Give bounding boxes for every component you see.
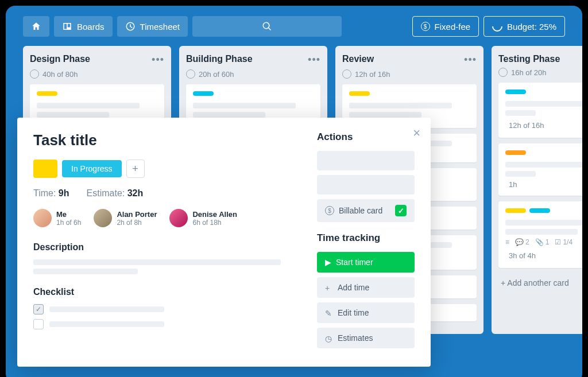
comments-icon: 💬 2 (515, 238, 529, 246)
column-subtitle: 20h of 60h (186, 69, 320, 79)
column-title: Testing Phase (498, 54, 560, 64)
search-icon (262, 21, 272, 32)
home-icon (31, 21, 41, 32)
checkbox-checked-icon[interactable] (33, 304, 44, 314)
card-time: 3h of 4h (509, 251, 536, 260)
skeleton-line (505, 171, 536, 177)
status-badge[interactable]: In Progress (62, 160, 122, 177)
action-placeholder[interactable] (317, 151, 415, 170)
timesheet-label: Timesheet (140, 22, 180, 32)
boards-icon (62, 21, 72, 32)
column-title: Design Phase (30, 54, 90, 64)
clock-icon: ◷ (325, 334, 333, 342)
check-icon (395, 205, 407, 216)
skeleton-line (193, 103, 296, 108)
timetracking-heading: Time tracking (317, 232, 415, 244)
boards-label: Boards (77, 22, 105, 32)
label-cyan (193, 91, 214, 96)
timesheet-button[interactable]: Timesheet (117, 16, 188, 37)
card[interactable]: ≡ 💬 2 📎 1 ☑ 1/4 3h of 4h (498, 201, 582, 268)
topbar: Boards Timesheet $ Fixed-fee Budget: 25% (6, 6, 582, 46)
actions-heading: Actions (317, 131, 415, 143)
add-time-button[interactable]: +Add time (317, 277, 415, 298)
card[interactable]: 12h of 16h (498, 83, 582, 138)
clock-icon (125, 21, 136, 32)
task-modal: × Task title In Progress + Time: 9h Esti… (17, 118, 431, 367)
skeleton-line (505, 110, 536, 116)
checklist-item[interactable] (33, 304, 294, 314)
label-yellow (349, 91, 370, 96)
column-subtitle: 16h of 20h (498, 68, 582, 77)
budget-arc-icon (490, 19, 504, 33)
time-value: 9h (59, 188, 69, 198)
fixed-fee-label: Fixed-fee (435, 22, 471, 32)
play-icon: ▶ (325, 258, 331, 267)
gauge-icon (342, 69, 351, 79)
app-frame: Boards Timesheet $ Fixed-fee Budget: 25%… (6, 6, 582, 377)
skeleton-line (49, 321, 164, 327)
skeleton-line (505, 101, 582, 107)
budget-button[interactable]: Budget: 25% (483, 16, 565, 37)
add-label-button[interactable]: + (126, 160, 145, 178)
dollar-icon: $ (421, 22, 430, 31)
skeleton-line (37, 103, 140, 108)
label-cyan (529, 208, 550, 213)
home-button[interactable] (23, 16, 49, 37)
dollar-icon: $ (325, 206, 334, 215)
label-orange (505, 150, 526, 155)
checkbox-icon[interactable] (33, 319, 44, 329)
card-time: 12h of 16h (509, 121, 544, 130)
gauge-icon (186, 69, 195, 79)
card[interactable]: 1h (498, 143, 582, 196)
checklist-item[interactable] (33, 319, 294, 329)
start-timer-button[interactable]: ▶Start timer (317, 252, 415, 273)
skeleton-line (37, 112, 109, 118)
billable-toggle[interactable]: $ Billable card (317, 199, 415, 222)
skeleton-line (349, 103, 452, 108)
add-card-button[interactable]: + Add another card (498, 274, 582, 292)
action-placeholder[interactable] (317, 175, 415, 195)
skeleton-line (505, 220, 582, 226)
budget-label: Budget: 25% (507, 22, 556, 32)
column-title: Review (342, 54, 374, 64)
skeleton-line (505, 229, 578, 235)
column-title: Building Phase (186, 54, 253, 64)
column-menu-icon[interactable]: ••• (308, 54, 320, 66)
time-label: Time: (33, 188, 56, 198)
skeleton-line (193, 112, 265, 118)
label-yellow[interactable] (33, 160, 57, 178)
skeleton-line (349, 112, 421, 118)
skeleton-line (505, 162, 582, 168)
members-list: Me1h of 6h Alan Porter2h of 8h Denise Al… (33, 209, 294, 227)
avatar (169, 209, 188, 227)
attachment-icon: 📎 1 (535, 238, 550, 246)
skeleton-line (33, 259, 281, 265)
skeleton-line (49, 306, 164, 312)
column-testing: Testing Phase 16h of 20h 12h of 16h 1h (492, 46, 582, 334)
skeleton-line (33, 269, 138, 274)
member[interactable]: Denise Allen6h of 18h (169, 209, 237, 227)
checklist-icon: ☑ 1/4 (555, 238, 572, 246)
task-title: Task title (33, 131, 294, 149)
card-time: 1h (509, 180, 517, 189)
column-menu-icon[interactable]: ••• (464, 54, 477, 66)
fixed-fee-button[interactable]: $ Fixed-fee (412, 16, 479, 37)
avatar (94, 209, 112, 227)
gauge-icon (30, 69, 39, 79)
column-subtitle: 40h of 80h (30, 69, 164, 79)
label-cyan (505, 90, 526, 94)
checklist-heading: Checklist (33, 287, 294, 297)
close-button[interactable]: × (413, 126, 420, 141)
member[interactable]: Me1h of 6h (33, 209, 81, 227)
gauge-icon (498, 68, 508, 77)
edit-time-button[interactable]: ✎Edit time (317, 302, 415, 323)
search-input[interactable] (192, 16, 342, 37)
column-subtitle: 12h of 16h (342, 69, 477, 79)
column-menu-icon[interactable]: ••• (152, 54, 164, 66)
plus-icon: + (325, 283, 333, 292)
boards-button[interactable]: Boards (54, 16, 113, 37)
description-heading: Description (33, 242, 294, 252)
estimates-button[interactable]: ◷Estimates (317, 328, 415, 348)
label-yellow (37, 91, 57, 96)
member[interactable]: Alan Porter2h of 8h (94, 209, 157, 227)
